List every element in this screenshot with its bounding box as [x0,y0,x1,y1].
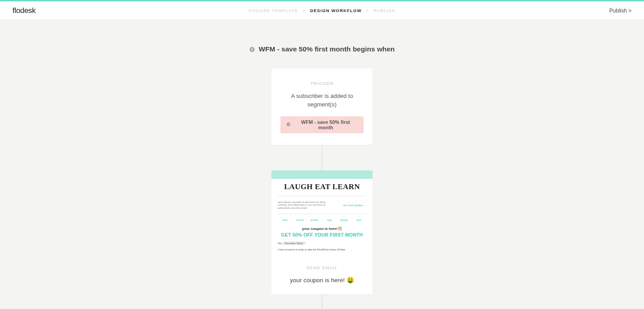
email-preview: LAUGH EAT LEARN ditch website overwhelm … [271,170,373,256]
trigger-card[interactable]: TRIGGER A subscriber is added to segment… [271,68,373,145]
breadcrumb-step-design-workflow[interactable]: DESIGN WORKFLOW [310,8,361,13]
email-divider [278,196,366,196]
trigger-description: A subscriber is added to segment(s) [280,92,364,109]
email-preview-body: LAUGH EAT LEARN ditch website overwhelm … [271,179,373,256]
email-nav-item: freebies [337,219,352,221]
email-tagline: ditch website overwhelm & tech-stress fo… [278,201,335,210]
segment-tag[interactable]: ⚙ WFM - save 50% first month [280,116,364,133]
email-card-footer: SEND EMAIL your coupon is here! 🤑 [271,255,373,294]
email-step-label: SEND EMAIL [280,265,364,270]
email-subhead: GET 50% OFF YOUR FIRST MONTH [278,232,366,237]
email-tagline-row: ditch website overwhelm & tech-stress fo… [278,201,366,210]
breadcrumb-step-choose-template[interactable]: CHOOSE TEMPLATE [249,8,298,13]
workflow-canvas: ⚙ WFM - save 50% first month begins when… [0,20,644,309]
email-step-card[interactable]: LAUGH EAT LEARN ditch website overwhelm … [271,170,373,295]
publish-button[interactable]: Publish > [609,8,631,14]
connector-line [322,145,322,170]
email-nav-item: portfolio [307,219,322,221]
gear-icon: ⚙ [286,122,291,127]
connector-line [322,294,322,309]
email-nav-item: shop [352,219,366,221]
logo[interactable]: flodesk [13,6,36,15]
email-small-cta: let's work together → [343,204,367,207]
email-nav-item: about [278,219,292,221]
gear-icon: ⚙ [249,46,255,54]
trigger-label: TRIGGER [280,81,364,86]
breadcrumb-step-publish[interactable]: PUBLISH [373,8,395,13]
email-nav-item: blog [322,219,337,221]
email-brand-logo: LAUGH EAT LEARN [278,182,366,191]
email-nav: about services portfolio blog freebies s… [278,219,366,221]
email-greeting-suffix: ! [305,242,305,245]
email-greeting-prefix: Hey, [278,242,283,245]
workflow-title-text: WFM - save 50% first month begins when [258,45,394,54]
breadcrumb: CHOOSE TEMPLATE > DESIGN WORKFLOW > PUBL… [249,8,395,13]
email-nav-item: services [292,219,307,221]
email-divider [278,214,366,214]
app-header: flodesk CHOOSE TEMPLATE > DESIGN WORKFLO… [0,1,644,20]
email-headline: your coupon is here!🎊 [278,227,366,231]
email-merge-field: First name / friend [283,241,305,245]
email-preview-accent [271,170,373,179]
email-greeting: Hey, First name / friend ! [278,242,366,245]
breadcrumb-separator: > [366,8,369,13]
email-subject: your coupon is here! 🤑 [280,276,364,284]
breadcrumb-separator: > [303,8,305,13]
segment-tag-label: WFM - save 50% first month [293,119,358,130]
email-body-line: I hear someone is ready to take the Word… [278,248,366,251]
workflow-title-row: ⚙ WFM - save 50% first month begins when [249,45,394,54]
